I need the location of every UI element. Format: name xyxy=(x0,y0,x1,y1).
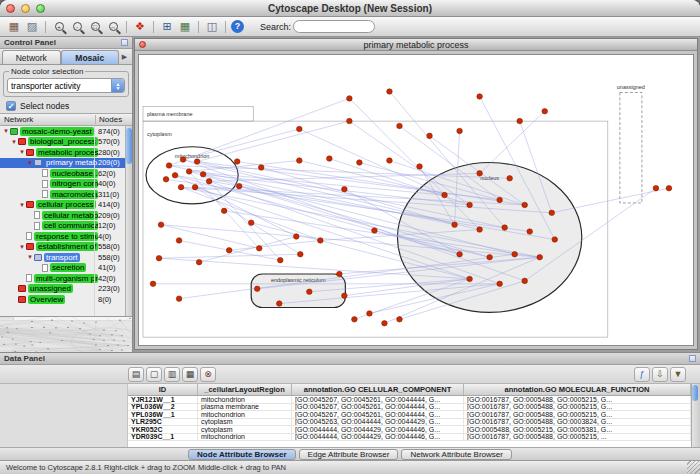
tree-item[interactable]: ▾transport558(0) xyxy=(0,252,132,263)
graph-node[interactable] xyxy=(296,158,302,164)
graph-node[interactable] xyxy=(467,202,473,208)
graph-node[interactable] xyxy=(103,329,105,330)
graph-node[interactable] xyxy=(387,158,393,164)
graph-node[interactable] xyxy=(200,172,206,178)
graph-node[interactable] xyxy=(30,341,32,342)
create-attribute-icon[interactable]: ▢ xyxy=(146,367,162,382)
graph-node[interactable] xyxy=(192,184,198,190)
graph-node[interactable] xyxy=(47,348,49,349)
graph-node[interactable] xyxy=(537,254,543,260)
graph-node[interactable] xyxy=(549,210,555,216)
graph-node[interactable] xyxy=(121,349,123,350)
graph-node[interactable] xyxy=(206,178,212,184)
graph-node[interactable] xyxy=(417,164,423,170)
open-session-icon[interactable]: ▨ xyxy=(24,19,40,34)
graph-node[interactable] xyxy=(477,171,483,177)
tree-item[interactable]: ▾biological_process570(0) xyxy=(0,137,132,148)
control-panel-float-icon[interactable] xyxy=(121,39,128,46)
graph-node[interactable] xyxy=(367,311,373,317)
network-view-titlebar[interactable]: primary metabolic process xyxy=(135,39,697,51)
tree-scrollbar-thumb[interactable] xyxy=(126,128,132,164)
tree-column-nodes[interactable]: Nodes xyxy=(96,115,132,124)
graph-node[interactable] xyxy=(15,343,17,344)
graph-node[interactable] xyxy=(397,317,403,323)
graph-node[interactable] xyxy=(487,254,493,260)
tab-network[interactable]: Network xyxy=(2,50,61,64)
tree-item[interactable]: Overview8(0) xyxy=(0,294,132,305)
import-attributes-icon[interactable]: ⇩ xyxy=(652,367,668,382)
graph-node[interactable] xyxy=(158,222,164,228)
table-cell[interactable]: YPL036W__1 xyxy=(128,411,198,418)
graph-node[interactable] xyxy=(457,251,463,257)
table-cell[interactable]: [GO:0045263, GO:0044444, GO:0044429, G..… xyxy=(292,419,464,426)
search-input[interactable] xyxy=(293,20,375,33)
graph-node[interactable] xyxy=(121,335,123,336)
graph-node[interactable] xyxy=(497,281,503,287)
table-row[interactable]: YJR121W__1mitochondrion[GO:0045267, GO:0… xyxy=(128,396,691,404)
formula-builder-icon[interactable]: ƒ xyxy=(634,367,650,382)
graph-node[interactable] xyxy=(31,321,33,322)
zoom-fit-icon[interactable]: ↔ xyxy=(105,19,121,34)
graph-node[interactable] xyxy=(172,173,178,179)
zoom-selected-icon[interactable]: □ xyxy=(87,19,103,34)
table-cell[interactable]: YPL036W__2 xyxy=(128,404,198,411)
graph-node[interactable] xyxy=(258,165,264,171)
delete-attribute-icon[interactable]: ⊗ xyxy=(200,367,216,382)
unassigned-compartment[interactable] xyxy=(620,92,642,202)
graph-node[interactable] xyxy=(502,225,508,231)
table-cell[interactable]: [GO:0045267, GO:0045261, GO:0044444, G..… xyxy=(292,396,464,403)
tab-mosaic[interactable]: Mosaic xyxy=(61,50,120,64)
graph-node[interactable] xyxy=(99,335,101,336)
graph-node[interactable] xyxy=(115,330,117,331)
graph-node[interactable] xyxy=(180,157,186,163)
graph-node[interactable] xyxy=(103,340,105,341)
tree-column-network[interactable]: Network xyxy=(0,115,96,124)
table-row[interactable]: YPL036W__2plasma membrane[GO:0045267, GO… xyxy=(128,404,691,412)
graph-node[interactable] xyxy=(357,160,363,166)
graph-node[interactable] xyxy=(71,321,73,322)
graph-node[interactable] xyxy=(79,328,81,329)
zoom-out-icon[interactable]: - xyxy=(69,19,85,34)
graph-node[interactable] xyxy=(467,276,473,282)
graph-node[interactable] xyxy=(552,237,558,243)
graph-node[interactable] xyxy=(99,349,101,350)
table-cell[interactable]: [GO:0016787, GO:0005488, GO:0005215, G..… xyxy=(464,411,691,418)
graph-node[interactable] xyxy=(51,320,53,321)
tree-item[interactable]: cell communica...12(0) xyxy=(0,221,132,232)
tree-item[interactable]: ▾cellular process414(0) xyxy=(0,200,132,211)
table-cell[interactable]: cytoplasm xyxy=(198,426,292,433)
graph-node[interactable] xyxy=(31,327,33,328)
network-canvas[interactable]: plasma membranecytoplasmmitochondrionnuc… xyxy=(138,54,694,346)
column-header[interactable]: annotation.GO MOLECULAR_FUNCTION xyxy=(464,384,691,395)
table-cell[interactable]: mitochondrion xyxy=(198,411,292,418)
graph-node[interactable] xyxy=(342,293,348,299)
graph-node[interactable] xyxy=(176,296,182,302)
graph-node[interactable] xyxy=(542,108,548,114)
tab-node-attribute-browser[interactable]: Node Attribute Browser xyxy=(188,449,296,460)
graph-node[interactable] xyxy=(6,327,8,328)
select-nodes-checkbox[interactable]: ✓ xyxy=(6,101,16,111)
table-cell[interactable]: YJR121W__1 xyxy=(128,396,198,403)
list-attributes-icon[interactable]: ▦ xyxy=(182,367,198,382)
graph-node[interactable] xyxy=(372,228,378,234)
graph-node[interactable] xyxy=(277,257,283,263)
graph-node[interactable] xyxy=(166,163,172,169)
table-row[interactable]: YPL036W__1mitochondrion[GO:0045267, GO:0… xyxy=(128,411,691,419)
tree-item[interactable]: ▾metabolic process280(0) xyxy=(0,147,132,158)
table-scrollbar-thumb[interactable] xyxy=(692,385,698,401)
graph-node[interactable] xyxy=(16,328,18,329)
import-network-icon[interactable]: ⊞ xyxy=(159,19,175,34)
graph-node[interactable] xyxy=(382,321,388,327)
copy-attribute-icon[interactable]: ▥ xyxy=(164,367,180,382)
tree-item[interactable]: secretion41(0) xyxy=(0,263,132,274)
graph-node[interactable] xyxy=(67,327,69,328)
graph-node[interactable] xyxy=(196,259,202,265)
graph-node[interactable] xyxy=(307,289,313,295)
tree-item[interactable]: nucleobase...62(0) xyxy=(0,168,132,179)
column-header[interactable]: annotation.GO CELLULAR_COMPONENT xyxy=(292,384,464,395)
graph-node[interactable] xyxy=(296,126,302,132)
graph-node[interactable] xyxy=(194,159,200,165)
graph-node[interactable] xyxy=(248,220,254,226)
graph-node[interactable] xyxy=(123,340,125,341)
graph-node[interactable] xyxy=(43,327,45,328)
